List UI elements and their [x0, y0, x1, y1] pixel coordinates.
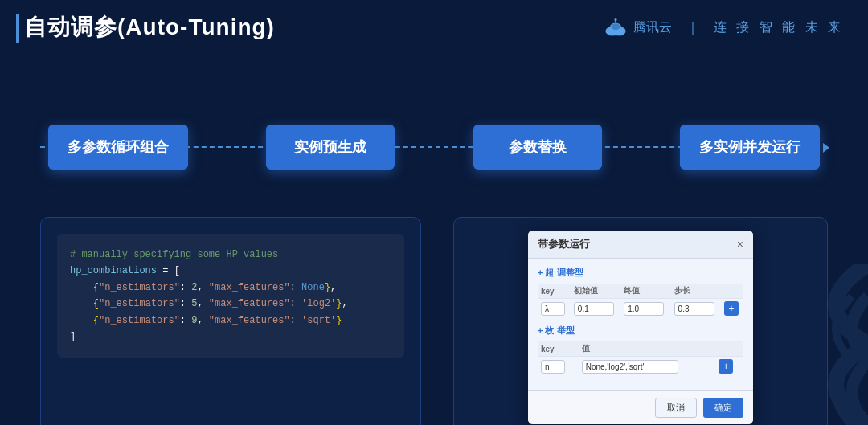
- dialog-section1-title: + 超 调整型: [538, 267, 743, 279]
- dialog-panel: 带参数运行 × + 超 调整型 key 初始值 终值 步长: [453, 217, 828, 425]
- brand-logo: 腾讯云: [603, 18, 672, 36]
- dialog-section2: + 枚 举型 key 值: [538, 325, 743, 376]
- code-line-4: {"n_estimators": 5, "max_features": 'log…: [70, 296, 391, 312]
- pipeline-step-1: 多参数循环组合: [48, 125, 188, 170]
- col-action: [721, 284, 743, 299]
- initial-input[interactable]: [574, 302, 614, 316]
- dialog-box: 带参数运行 × + 超 调整型 key 初始值 终值 步长: [528, 231, 753, 424]
- dialog-close-button[interactable]: ×: [737, 238, 743, 251]
- svg-rect-4: [609, 31, 622, 36]
- dialog-section2-table: key 值: [538, 341, 743, 376]
- col2-val: 值: [579, 341, 716, 357]
- dialog-section1-table: key 初始值 终值 步长: [538, 284, 743, 318]
- cloud-icon: [603, 18, 628, 36]
- brand-area: 腾讯云 ｜ 连 接 智 能 未 来: [603, 18, 844, 36]
- col-key: key: [538, 284, 571, 299]
- key-input-2[interactable]: [541, 360, 565, 374]
- pipeline-step-4: 多实例并发运行: [680, 125, 820, 170]
- left-border-accent: [16, 14, 19, 43]
- pipeline: 多参数循环组合 实例预生成 参数替换 多实例并发运行: [40, 125, 828, 170]
- brand-slogan: 连 接 智 能 未 来: [714, 19, 844, 36]
- section2-add-button[interactable]: +: [719, 359, 733, 374]
- table-row: +: [538, 299, 743, 319]
- confirm-button[interactable]: 确定: [703, 398, 743, 418]
- code-line-1: # manually specifying some HP values: [70, 247, 391, 263]
- svg-point-3: [611, 23, 620, 30]
- col-initial: 初始值: [571, 284, 620, 299]
- cancel-button[interactable]: 取消: [655, 398, 697, 418]
- code-line-3: {"n_estimators": 2, "max_features": None…: [70, 280, 391, 296]
- dialog-body: + 超 调整型 key 初始值 终值 步长: [528, 259, 753, 390]
- key-input-1[interactable]: [541, 302, 565, 316]
- code-panel: # manually specifying some HP values hp_…: [40, 217, 421, 425]
- table-row-2: +: [538, 357, 743, 377]
- code-line-2: hp_combinations = [: [70, 263, 391, 279]
- content-area: # manually specifying some HP values hp_…: [40, 217, 828, 425]
- dialog-header: 带参数运行 ×: [528, 231, 753, 259]
- dialog-title: 带参数运行: [538, 237, 590, 251]
- col2-action: [715, 341, 743, 357]
- col-end: 终值: [620, 284, 670, 299]
- code-block: # manually specifying some HP values hp_…: [57, 234, 404, 358]
- svg-point-6: [614, 18, 616, 21]
- brand-divider: ｜: [686, 19, 699, 36]
- code-line-5: {"n_estimators": 9, "max_features": 'sqr…: [70, 313, 391, 329]
- value-input[interactable]: [582, 360, 678, 374]
- pipeline-step-3: 参数替换: [473, 125, 602, 170]
- code-line-6: ]: [70, 329, 391, 345]
- header: 自动调参(Auto-Tuning) 腾讯云 ｜ 连 接 智 能 未 来: [24, 12, 844, 43]
- pipeline-steps: 多参数循环组合 实例预生成 参数替换 多实例并发运行: [40, 125, 828, 170]
- col-step: 步长: [671, 284, 721, 299]
- brand-name: 腾讯云: [633, 19, 672, 36]
- pipeline-step-2: 实例预生成: [266, 125, 395, 170]
- step-input[interactable]: [674, 302, 714, 316]
- end-input[interactable]: [624, 302, 664, 316]
- dialog-section2-title: + 枚 举型: [538, 325, 743, 337]
- dialog-footer: 取消 确定: [528, 390, 753, 424]
- page-title: 自动调参(Auto-Tuning): [24, 12, 275, 43]
- col2-key: key: [538, 341, 579, 357]
- section1-add-button[interactable]: +: [724, 301, 739, 316]
